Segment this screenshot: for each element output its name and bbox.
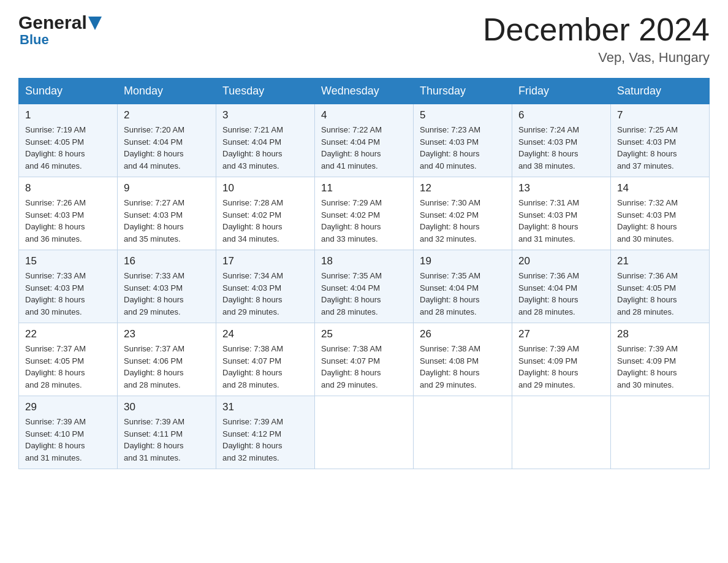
day-info: Sunrise: 7:39 AMSunset: 4:09 PMDaylight:… [617, 343, 703, 391]
day-info: Sunrise: 7:29 AMSunset: 4:02 PMDaylight:… [321, 197, 407, 245]
table-row [414, 396, 512, 469]
table-row: 24Sunrise: 7:38 AMSunset: 4:07 PMDayligh… [216, 323, 315, 396]
day-info: Sunrise: 7:35 AMSunset: 4:04 PMDaylight:… [321, 270, 407, 318]
location: Vep, Vas, Hungary [483, 50, 710, 66]
day-info: Sunrise: 7:36 AMSunset: 4:04 PMDaylight:… [518, 270, 604, 318]
day-number: 30 [124, 401, 210, 413]
table-row: 6Sunrise: 7:24 AMSunset: 4:03 PMDaylight… [512, 104, 611, 177]
day-info: Sunrise: 7:23 AMSunset: 4:03 PMDaylight:… [420, 124, 506, 172]
table-row: 10Sunrise: 7:28 AMSunset: 4:02 PMDayligh… [216, 177, 315, 250]
day-number: 26 [420, 328, 506, 340]
day-info: Sunrise: 7:38 AMSunset: 4:07 PMDaylight:… [222, 343, 308, 391]
header-wednesday: Wednesday [315, 79, 414, 104]
header-thursday: Thursday [414, 79, 512, 104]
day-number: 10 [222, 182, 308, 194]
table-row: 25Sunrise: 7:38 AMSunset: 4:07 PMDayligh… [315, 323, 414, 396]
day-number: 28 [617, 328, 703, 340]
day-info: Sunrise: 7:38 AMSunset: 4:07 PMDaylight:… [321, 343, 407, 391]
day-number: 4 [321, 109, 407, 121]
day-info: Sunrise: 7:39 AMSunset: 4:12 PMDaylight:… [222, 416, 308, 464]
header-tuesday: Tuesday [216, 79, 315, 104]
day-info: Sunrise: 7:39 AMSunset: 4:10 PMDaylight:… [25, 416, 111, 464]
day-info: Sunrise: 7:39 AMSunset: 4:11 PMDaylight:… [124, 416, 210, 464]
table-row: 31Sunrise: 7:39 AMSunset: 4:12 PMDayligh… [216, 396, 315, 469]
day-info: Sunrise: 7:39 AMSunset: 4:09 PMDaylight:… [518, 343, 604, 391]
day-info: Sunrise: 7:36 AMSunset: 4:05 PMDaylight:… [617, 270, 703, 318]
day-info: Sunrise: 7:26 AMSunset: 4:03 PMDaylight:… [25, 197, 111, 245]
table-row: 8Sunrise: 7:26 AMSunset: 4:03 PMDaylight… [19, 177, 118, 250]
day-number: 25 [321, 328, 407, 340]
table-row: 7Sunrise: 7:25 AMSunset: 4:03 PMDaylight… [611, 104, 710, 177]
table-row: 19Sunrise: 7:35 AMSunset: 4:04 PMDayligh… [414, 250, 512, 323]
day-number: 14 [617, 182, 703, 194]
title-area: December 2024 Vep, Vas, Hungary [483, 12, 710, 66]
day-number: 24 [222, 328, 308, 340]
day-number: 6 [518, 109, 604, 121]
logo-arrow-icon [88, 17, 102, 30]
table-row [315, 396, 414, 469]
table-row: 29Sunrise: 7:39 AMSunset: 4:10 PMDayligh… [19, 396, 118, 469]
header-saturday: Saturday [611, 79, 710, 104]
day-info: Sunrise: 7:20 AMSunset: 4:04 PMDaylight:… [124, 124, 210, 172]
table-row: 14Sunrise: 7:32 AMSunset: 4:03 PMDayligh… [611, 177, 710, 250]
day-number: 31 [222, 401, 308, 413]
logo: General Blue [18, 12, 102, 48]
table-row: 18Sunrise: 7:35 AMSunset: 4:04 PMDayligh… [315, 250, 414, 323]
table-row: 3Sunrise: 7:21 AMSunset: 4:04 PMDaylight… [216, 104, 315, 177]
table-row: 5Sunrise: 7:23 AMSunset: 4:03 PMDaylight… [414, 104, 512, 177]
table-row: 26Sunrise: 7:38 AMSunset: 4:08 PMDayligh… [414, 323, 512, 396]
day-number: 19 [420, 255, 506, 267]
logo-general: General [18, 12, 87, 33]
day-number: 22 [25, 328, 111, 340]
table-row: 27Sunrise: 7:39 AMSunset: 4:09 PMDayligh… [512, 323, 611, 396]
day-number: 17 [222, 255, 308, 267]
svg-marker-0 [88, 17, 102, 30]
day-info: Sunrise: 7:35 AMSunset: 4:04 PMDaylight:… [420, 270, 506, 318]
day-info: Sunrise: 7:27 AMSunset: 4:03 PMDaylight:… [124, 197, 210, 245]
table-row: 2Sunrise: 7:20 AMSunset: 4:04 PMDaylight… [118, 104, 216, 177]
logo-blue: Blue [20, 32, 49, 48]
table-row: 12Sunrise: 7:30 AMSunset: 4:02 PMDayligh… [414, 177, 512, 250]
day-number: 1 [25, 109, 111, 121]
table-row: 4Sunrise: 7:22 AMSunset: 4:04 PMDaylight… [315, 104, 414, 177]
day-info: Sunrise: 7:34 AMSunset: 4:03 PMDaylight:… [222, 270, 308, 318]
page-header: General Blue December 2024 Vep, Vas, Hun… [18, 12, 710, 66]
table-row: 9Sunrise: 7:27 AMSunset: 4:03 PMDaylight… [118, 177, 216, 250]
table-row: 13Sunrise: 7:31 AMSunset: 4:03 PMDayligh… [512, 177, 611, 250]
day-number: 29 [25, 401, 111, 413]
calendar-table: Sunday Monday Tuesday Wednesday Thursday… [18, 78, 710, 469]
day-info: Sunrise: 7:24 AMSunset: 4:03 PMDaylight:… [518, 124, 604, 172]
day-info: Sunrise: 7:37 AMSunset: 4:06 PMDaylight:… [124, 343, 210, 391]
day-info: Sunrise: 7:21 AMSunset: 4:04 PMDaylight:… [222, 124, 308, 172]
day-number: 15 [25, 255, 111, 267]
day-number: 12 [420, 182, 506, 194]
day-number: 27 [518, 328, 604, 340]
day-number: 5 [420, 109, 506, 121]
day-info: Sunrise: 7:22 AMSunset: 4:04 PMDaylight:… [321, 124, 407, 172]
header-sunday: Sunday [19, 79, 118, 104]
table-row [611, 396, 710, 469]
calendar-body: 1Sunrise: 7:19 AMSunset: 4:05 PMDaylight… [19, 104, 710, 469]
header-friday: Friday [512, 79, 611, 104]
day-number: 20 [518, 255, 604, 267]
header-monday: Monday [118, 79, 216, 104]
table-row: 17Sunrise: 7:34 AMSunset: 4:03 PMDayligh… [216, 250, 315, 323]
day-info: Sunrise: 7:33 AMSunset: 4:03 PMDaylight:… [124, 270, 210, 318]
table-row: 21Sunrise: 7:36 AMSunset: 4:05 PMDayligh… [611, 250, 710, 323]
table-row: 15Sunrise: 7:33 AMSunset: 4:03 PMDayligh… [19, 250, 118, 323]
table-row: 30Sunrise: 7:39 AMSunset: 4:11 PMDayligh… [118, 396, 216, 469]
day-info: Sunrise: 7:38 AMSunset: 4:08 PMDaylight:… [420, 343, 506, 391]
day-number: 16 [124, 255, 210, 267]
day-number: 3 [222, 109, 308, 121]
calendar-header: Sunday Monday Tuesday Wednesday Thursday… [19, 79, 710, 104]
day-info: Sunrise: 7:33 AMSunset: 4:03 PMDaylight:… [25, 270, 111, 318]
table-row [512, 396, 611, 469]
day-info: Sunrise: 7:25 AMSunset: 4:03 PMDaylight:… [617, 124, 703, 172]
day-info: Sunrise: 7:32 AMSunset: 4:03 PMDaylight:… [617, 197, 703, 245]
table-row: 22Sunrise: 7:37 AMSunset: 4:05 PMDayligh… [19, 323, 118, 396]
day-number: 11 [321, 182, 407, 194]
table-row: 11Sunrise: 7:29 AMSunset: 4:02 PMDayligh… [315, 177, 414, 250]
day-info: Sunrise: 7:19 AMSunset: 4:05 PMDaylight:… [25, 124, 111, 172]
day-number: 7 [617, 109, 703, 121]
day-number: 2 [124, 109, 210, 121]
